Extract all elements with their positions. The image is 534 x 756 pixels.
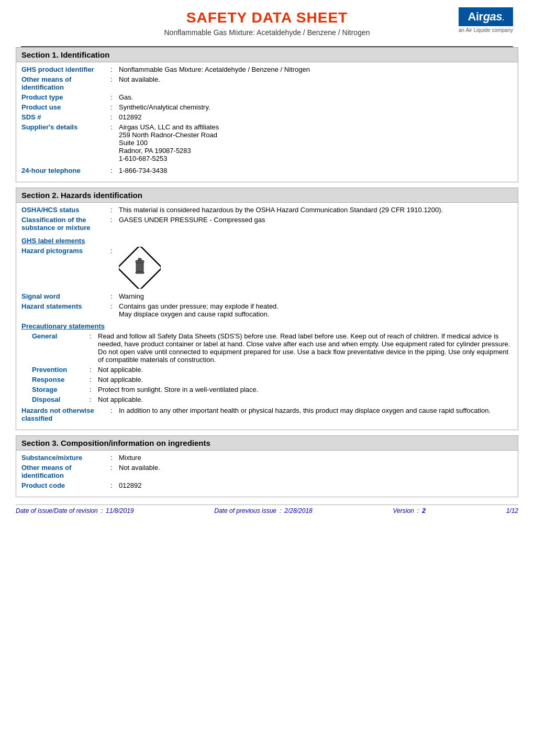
precautionary-statements-label: Precautionary statements [21, 322, 110, 330]
storage-label: Storage [21, 386, 90, 393]
section-1-header: Section 1. Identification [16, 48, 518, 62]
footer-version: Version : 2 [393, 507, 426, 514]
ghs-elements-label: GHS label elements [21, 237, 110, 245]
footer-issue-label: Date of issue/Date of revision [16, 507, 98, 514]
sds-number-row: SDS # : 012892 [21, 113, 513, 121]
logo-text: Airgas. [468, 10, 504, 23]
hazards-not-otherwise-value: In addition to any other important healt… [119, 407, 513, 414]
signal-word-row: Signal word : Warning [21, 292, 513, 300]
supplier-details-row: Supplier's details : Airgas USA, LLC and… [21, 123, 513, 162]
logo-area: Airgas. an Air Liquide company [459, 7, 513, 33]
compressed-gas-diamond-icon [119, 247, 161, 289]
prevention-row: Prevention : Not applicable. [21, 366, 513, 374]
supplier-details-label: Supplier's details [21, 123, 110, 131]
disposal-label: Disposal [21, 396, 90, 403]
substance-mixture-row: Substance/mixture : Mixture [21, 454, 513, 462]
product-type-label: Product type [21, 93, 110, 101]
response-label: Response [21, 376, 90, 384]
signal-word-value: Warning [119, 292, 513, 300]
section-2: Section 2. Hazards identification OSHA/H… [16, 188, 518, 430]
supplier-details-value: Airgas USA, LLC and its affiliates 259 N… [119, 123, 513, 162]
product-code-value: 012892 [119, 481, 513, 489]
footer-issue-date: Date of issue/Date of revision : 11/8/20… [16, 507, 134, 514]
precautionary-statements-row: Precautionary statements [21, 322, 513, 330]
hazard-statements-row: Hazard statements : Contains gas under p… [21, 302, 513, 318]
response-value: Not applicable. [98, 376, 513, 384]
section3-other-means-label: Other means of identification [21, 464, 110, 479]
disposal-value: Not applicable. [98, 396, 513, 403]
osha-hcs-status-label: OSHA/HCS status [21, 206, 110, 214]
footer-page-value: 1/12 [506, 507, 518, 514]
telephone-value: 1-866-734-3438 [119, 167, 513, 174]
svg-rect-3 [138, 258, 141, 260]
substance-mixture-value: Mixture [119, 454, 513, 462]
hazard-statements-label: Hazard statements [21, 302, 110, 310]
other-means-identification-row: Other means of identification : Not avai… [21, 75, 513, 91]
page-footer: Date of issue/Date of revision : 11/8/20… [16, 505, 518, 517]
classification-value: GASES UNDER PRESSURE - Compressed gas [119, 216, 513, 224]
section-3: Section 3. Composition/information on in… [16, 435, 518, 497]
general-value: Read and follow all Safety Data Sheets (… [98, 332, 513, 364]
osha-hcs-status-row: OSHA/HCS status : This material is consi… [21, 206, 513, 214]
sds-number-value: 012892 [119, 113, 513, 121]
other-means-identification-label: Other means of identification [21, 75, 110, 91]
ghs-elements-row: GHS label elements [21, 237, 513, 245]
footer-version-label: Version [393, 507, 414, 514]
storage-value: Protect from sunlight. Store in a well-v… [98, 386, 513, 393]
classification-row: Classification of the substance or mixtu… [21, 216, 513, 232]
general-label: General [21, 332, 90, 340]
page-header: SAFETY DATA SHEET Nonflammable Gas Mixtu… [0, 0, 534, 42]
logo-tagline: an Air Liquide company [459, 27, 513, 33]
general-row: General : Read and follow all Safety Dat… [21, 332, 513, 364]
signal-word-label: Signal word [21, 292, 110, 300]
telephone-row: 24-hour telephone : 1-866-734-3438 [21, 167, 513, 174]
svg-rect-2 [136, 260, 144, 263]
product-code-row: Product code : 012892 [21, 481, 513, 489]
hazard-statements-value: Contains gas under pressure; may explode… [119, 302, 513, 318]
prevention-value: Not applicable. [98, 366, 513, 374]
footer-previous-label: Date of previous issue [214, 507, 276, 514]
ghs-product-identifier-row: GHS product identifier : Nonflammable Ga… [21, 65, 513, 73]
section-1-body: GHS product identifier : Nonflammable Ga… [16, 62, 518, 182]
ghs-product-identifier-label: GHS product identifier [21, 65, 110, 73]
section-3-header: Section 3. Composition/information on in… [16, 436, 518, 451]
telephone-label: 24-hour telephone [21, 167, 110, 174]
footer-previous-value: 2/28/2018 [284, 507, 312, 514]
product-code-label: Product code [21, 481, 110, 489]
page-subtitle: Nonflammable Gas Mixture: Acetaldehyde /… [21, 28, 513, 37]
section3-other-means-value: Not available. [119, 464, 513, 472]
footer-version-value: 2 [422, 507, 426, 514]
product-type-value: Gas. [119, 93, 513, 101]
response-row: Response : Not applicable. [21, 376, 513, 384]
hazard-pictograms-row: Hazard pictograms : [21, 247, 513, 290]
footer-page-number: 1/12 [506, 507, 518, 514]
svg-rect-4 [136, 272, 144, 273]
product-use-label: Product use [21, 103, 110, 111]
ghs-product-identifier-value: Nonflammable Gas Mixture: Acetaldehyde /… [119, 65, 513, 73]
hazards-not-otherwise-row: Hazards not otherwise classified : In ad… [21, 407, 513, 422]
section-2-body: OSHA/HCS status : This material is consi… [16, 203, 518, 430]
product-type-row: Product type : Gas. [21, 93, 513, 101]
section-1: Section 1. Identification GHS product id… [16, 47, 518, 182]
section-2-header: Section 2. Hazards identification [16, 188, 518, 203]
prevention-label: Prevention [21, 366, 90, 374]
sds-number-label: SDS # [21, 113, 110, 121]
product-use-row: Product use : Synthetic/Analytical chemi… [21, 103, 513, 111]
hazard-pictograms-value [119, 247, 513, 290]
hazards-not-otherwise-label: Hazards not otherwise classified [21, 407, 110, 422]
section3-other-means-row: Other means of identification : Not avai… [21, 464, 513, 479]
product-use-value: Synthetic/Analytical chemistry. [119, 103, 513, 111]
substance-mixture-label: Substance/mixture [21, 454, 110, 462]
hazard-pictograms-label: Hazard pictograms [21, 247, 110, 255]
storage-row: Storage : Protect from sunlight. Store i… [21, 386, 513, 393]
section-3-body: Substance/mixture : Mixture Other means … [16, 451, 518, 497]
footer-issue-value: 11/8/2019 [106, 507, 134, 514]
osha-hcs-status-value: This material is considered hazardous by… [119, 206, 513, 214]
logo-box: Airgas. [459, 7, 513, 26]
svg-rect-1 [136, 262, 143, 272]
other-means-identification-value: Not available. [119, 75, 513, 83]
disposal-row: Disposal : Not applicable. [21, 396, 513, 403]
classification-label: Classification of the substance or mixtu… [21, 216, 110, 232]
page-title: SAFETY DATA SHEET [21, 9, 513, 26]
footer-previous-date: Date of previous issue : 2/28/2018 [214, 507, 312, 514]
